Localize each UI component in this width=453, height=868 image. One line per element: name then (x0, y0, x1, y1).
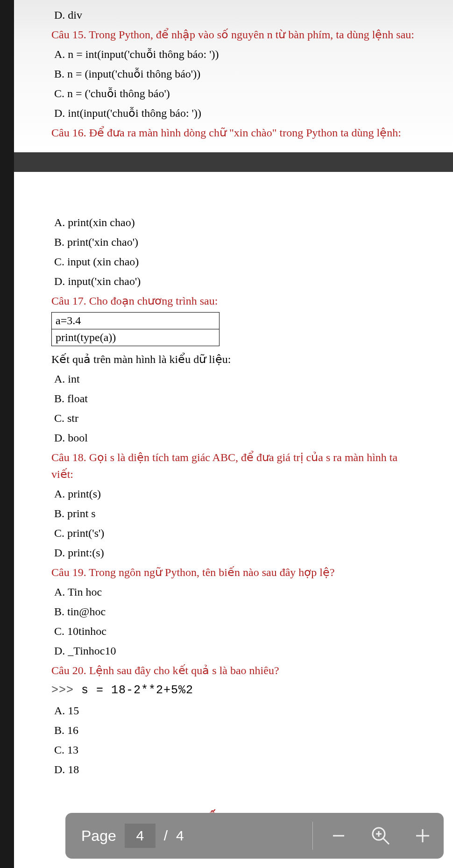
q17-option-a: A. int (51, 370, 416, 387)
q16-option-b: B. print('xin chao') (51, 234, 416, 250)
code-box: a=3.4 print(type(a)) (51, 312, 219, 346)
question-20: Câu 20. Lệnh sau đây cho kết quả s là ba… (51, 662, 416, 679)
page-separator: / (164, 828, 168, 844)
question-15: Câu 15. Trong Python, để nhập vào số ngu… (51, 26, 416, 43)
q20-option-b: B. 16 (51, 722, 416, 739)
q18-option-a: A. print(s) (51, 485, 416, 502)
q20-option-d: D. 18 (51, 761, 416, 778)
question-18: Câu 18. Gọi s là diện tích tam giác ABC,… (51, 449, 416, 483)
toolbar-divider (312, 822, 313, 850)
zoom-out-button[interactable] (318, 813, 360, 859)
q15-option-d: D. int(input('chuỗi thông báo: ')) (51, 105, 416, 121)
q17-option-b: B. float (51, 390, 416, 407)
q19-option-a: A. Tin hoc (51, 583, 416, 600)
code-line-2: print(type(a)) (52, 329, 219, 346)
q20-code-expr: s = 18-2**2+5%2 (81, 683, 193, 697)
page-label: Page (81, 827, 116, 845)
q16-option-c: C. input (xin chao) (51, 253, 416, 270)
q15-option-a: A. n = int(input('chuỗi thông báo: ')) (51, 46, 416, 63)
q18-option-d: D. print:(s) (51, 544, 416, 561)
page-gap (14, 152, 453, 172)
q15-option-c: C. n = ('chuỗi thông báo') (51, 85, 416, 102)
add-button[interactable] (402, 813, 444, 859)
q20-option-c: C. 13 (51, 741, 416, 758)
q18-option-c: C. print('s') (51, 525, 416, 541)
plus-icon (413, 826, 432, 845)
q17-option-d: D. bool (51, 429, 416, 446)
page-total: 4 (176, 828, 184, 844)
q20-option-a: A. 15 (51, 702, 416, 719)
minus-icon (330, 827, 347, 844)
q19-option-d: D. _Tinhoc10 (51, 642, 416, 659)
pdf-toolbar: Page 4 / 4 (65, 813, 444, 859)
option-d-prev: D. div (51, 7, 416, 23)
repl-prompt: >>> (51, 683, 81, 697)
q16-option-d: D. input('xin chao') (51, 273, 416, 290)
svg-line-2 (383, 839, 389, 844)
page-number-input[interactable]: 4 (125, 824, 156, 848)
zoom-in-button[interactable] (360, 813, 402, 859)
pdf-page-3-bottom: D. div Câu 15. Trong Python, để nhập vào… (14, 0, 453, 152)
q19-option-b: B. tin@hoc (51, 603, 416, 620)
magnify-plus-icon (370, 825, 391, 846)
question-19: Câu 19. Trong ngôn ngữ Python, tên biến … (51, 564, 416, 581)
pdf-page-4: A. print(xin chao) B. print('xin chao') … (14, 172, 453, 868)
question-16: Câu 16. Để đưa ra màn hình dòng chữ "xin… (51, 124, 416, 141)
document-viewer: D. div Câu 15. Trong Python, để nhập vào… (14, 0, 453, 868)
q17-option-c: C. str (51, 410, 416, 427)
q19-option-c: C. 10tinhoc (51, 623, 416, 640)
q17-post-text: Kết quả trên màn hình là kiểu dữ liệu: (51, 351, 416, 368)
question-17: Câu 17. Cho đoạn chương trình sau: (51, 292, 416, 309)
code-line-1: a=3.4 (52, 313, 219, 329)
q20-code: >>> s = 18-2**2+5%2 (51, 682, 416, 699)
q18-option-b: B. print s (51, 505, 416, 522)
q15-option-b: B. n = (input('chuỗi thông báo')) (51, 65, 416, 82)
q16-option-a: A. print(xin chao) (51, 214, 416, 231)
